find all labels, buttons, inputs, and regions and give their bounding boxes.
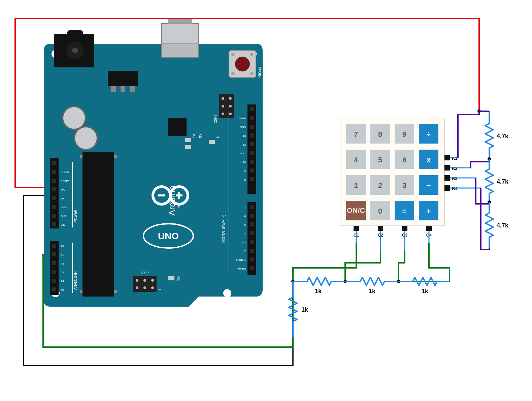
key-2: 2 (370, 175, 390, 195)
svg-text:~ 5: ~ 5 (242, 223, 246, 226)
svg-text:~ 3: ~ 3 (242, 241, 246, 244)
svg-rect-120 (250, 231, 254, 235)
key-1: 1 (346, 175, 366, 195)
r-col-gnd: 1k (301, 306, 308, 313)
r-row1: 4.7k (497, 133, 509, 140)
svg-rect-77 (52, 196, 56, 200)
svg-rect-81 (52, 214, 56, 218)
svg-rect-91 (52, 270, 56, 274)
svg-point-27 (229, 105, 232, 107)
svg-text:1: 1 (158, 288, 162, 290)
svg-text:A4: A4 (61, 280, 64, 283)
analog-header (50, 241, 59, 295)
power-header (50, 158, 59, 228)
svg-rect-35 (209, 140, 215, 144)
svg-rect-163 (354, 226, 359, 231)
svg-rect-126 (250, 257, 254, 261)
svg-text:GND: GND (240, 126, 246, 129)
svg-text:5V: 5V (61, 197, 64, 200)
svg-rect-63 (247, 202, 256, 275)
svg-text:RX: RX (199, 133, 203, 138)
svg-text:RX0 ◀ 0: RX0 ◀ 0 (236, 267, 246, 270)
svg-rect-6 (162, 44, 199, 57)
keypad: 7 8 9 ÷ 4 5 6 x 1 2 3 − ON/C 0 = + C1 C2… (340, 118, 458, 238)
svg-rect-114 (250, 205, 254, 209)
svg-text:2: 2 (244, 250, 246, 253)
svg-point-28 (222, 113, 224, 115)
key-multiply: x (419, 150, 438, 169)
svg-point-10 (72, 48, 78, 54)
key-minus: − (419, 175, 438, 195)
svg-rect-170 (444, 185, 450, 191)
svg-rect-168 (444, 165, 450, 171)
svg-text:5: 5 (378, 156, 382, 164)
svg-rect-102 (250, 133, 254, 137)
svg-rect-5 (168, 19, 192, 24)
arduino-uno: RESET ICSP2 TX RX L (44, 19, 263, 307)
svg-rect-12 (111, 86, 116, 92)
svg-text:TM: TM (177, 205, 181, 209)
svg-text:+: + (427, 207, 431, 215)
reset-label: RESET (258, 66, 261, 78)
svg-text:GND: GND (61, 206, 67, 209)
svg-rect-165 (402, 226, 407, 231)
key-6: 6 (395, 150, 414, 169)
key-0: 0 (370, 201, 390, 220)
svg-rect-30 (168, 118, 187, 136)
svg-rect-87 (52, 252, 56, 256)
svg-text:7: 7 (354, 130, 358, 138)
r-row2: 4.7k (497, 178, 509, 185)
svg-point-16 (235, 57, 250, 71)
svg-rect-71 (52, 170, 56, 174)
key-9: 9 (395, 124, 414, 144)
svg-rect-60 (50, 158, 59, 228)
svg-text:3: 3 (402, 181, 406, 190)
svg-point-29 (229, 113, 232, 115)
svg-rect-122 (250, 240, 254, 244)
svg-text:A3: A3 (61, 271, 64, 274)
svg-text:7: 7 (244, 206, 246, 209)
svg-text:0: 0 (378, 207, 382, 215)
circuit-diagram: RESET ICSP2 TX RX L (0, 0, 532, 401)
key-divide: ÷ (419, 124, 438, 144)
svg-text:ICSP: ICSP (141, 271, 149, 275)
svg-text:8: 8 (378, 130, 382, 138)
svg-point-57 (151, 286, 154, 289)
svg-text:ANALOG IN: ANALOG IN (74, 272, 77, 290)
svg-rect-39 (114, 155, 117, 158)
svg-rect-31 (185, 138, 191, 142)
svg-text:~ 9: ~ 9 (242, 169, 246, 173)
svg-text:ON: ON (177, 276, 181, 281)
svg-rect-116 (250, 214, 254, 218)
svg-rect-11 (108, 71, 138, 86)
svg-rect-79 (52, 205, 56, 209)
svg-point-3 (223, 289, 231, 297)
svg-text:3V3: 3V3 (61, 188, 66, 191)
svg-text:~ 11: ~ 11 (240, 152, 246, 155)
svg-point-17 (231, 53, 235, 56)
svg-text:6: 6 (402, 156, 406, 164)
svg-text:~ 10: ~ 10 (240, 161, 246, 164)
svg-rect-49 (168, 276, 174, 280)
svg-text:DIGITAL (PWM=~): DIGITAL (PWM=~) (222, 215, 226, 243)
digital-header-bottom (247, 202, 256, 275)
svg-point-19 (231, 72, 235, 75)
svg-rect-13 (121, 86, 125, 92)
model-label: UNO (158, 231, 179, 241)
svg-text:TX0 ▶ 1: TX0 ▶ 1 (236, 258, 246, 261)
svg-point-200 (42, 254, 44, 257)
svg-point-18 (250, 53, 254, 56)
svg-text:TX: TX (192, 134, 196, 138)
r-row3: 4.7k (497, 222, 509, 229)
svg-rect-75 (52, 187, 56, 191)
icsp2-label: ICSP2 (214, 115, 218, 124)
svg-text:A0: A0 (61, 245, 64, 248)
svg-rect-32 (185, 145, 191, 149)
svg-rect-118 (250, 222, 254, 226)
svg-point-21 (63, 106, 86, 129)
svg-point-26 (222, 105, 224, 107)
svg-rect-128 (250, 266, 254, 270)
svg-text:8: 8 (244, 178, 246, 181)
svg-point-53 (143, 279, 146, 282)
svg-text:4: 4 (244, 232, 246, 235)
